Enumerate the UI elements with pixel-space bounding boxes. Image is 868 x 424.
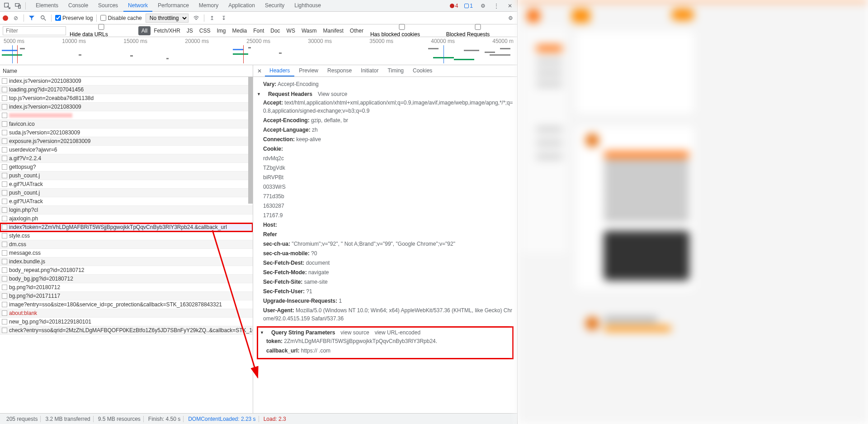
- filter-type-doc[interactable]: Doc: [267, 26, 283, 35]
- main-tab-performance[interactable]: Performance: [153, 0, 193, 12]
- close-detail-icon[interactable]: ✕: [255, 68, 264, 74]
- more-icon[interactable]: ⋮: [491, 0, 502, 11]
- main-tab-sources[interactable]: Sources: [94, 0, 123, 12]
- request-row[interactable]: gettopsug?: [0, 163, 253, 172]
- request-row[interactable]: userdevice?ajwvr=6: [0, 146, 253, 154]
- preserve-log-checkbox[interactable]: Preserve log: [55, 15, 93, 21]
- wifi-icon[interactable]: [192, 14, 200, 22]
- upload-icon[interactable]: ↥: [208, 14, 216, 22]
- message-badge[interactable]: 1: [462, 2, 475, 10]
- file-icon: [2, 250, 7, 256]
- main-tab-security[interactable]: Security: [260, 0, 289, 12]
- request-row[interactable]: message.css: [0, 249, 253, 257]
- request-row[interactable]: top.js?version=2ceabba76d81138d: [0, 94, 253, 103]
- request-row[interactable]: image?entry=sso&size=180&service_id=pc_p…: [0, 300, 253, 309]
- request-row[interactable]: push_count.j: [0, 189, 253, 197]
- request-row[interactable]: body_repeat.png?id=20180712: [0, 266, 253, 275]
- main-tab-network[interactable]: Network: [123, 0, 152, 12]
- disable-cache-checkbox[interactable]: Disable cache: [100, 15, 142, 21]
- request-row[interactable]: style.css: [0, 232, 253, 240]
- request-row[interactable]: suda.js?version=2021083009: [0, 129, 253, 137]
- search-icon[interactable]: [39, 14, 47, 22]
- settings-icon[interactable]: ⚙: [477, 0, 488, 11]
- name-column-header[interactable]: Name: [0, 65, 253, 77]
- main-tab-application[interactable]: Application: [224, 0, 259, 12]
- request-row[interactable]: dm.css: [0, 240, 253, 249]
- detail-tab-cookies[interactable]: Cookies: [408, 66, 437, 76]
- request-row[interactable]: push_count.j: [0, 172, 253, 180]
- request-row[interactable]: index.bundle.js: [0, 257, 253, 266]
- main-tab-console[interactable]: Console: [64, 0, 93, 12]
- blocked-requests-checkbox[interactable]: Blocked Requests: [446, 24, 514, 38]
- header-line: 17167.9: [263, 211, 514, 219]
- qsp-view-source[interactable]: view source: [340, 329, 369, 336]
- main-tab-lighthouse[interactable]: Lighthouse: [290, 0, 326, 12]
- record-button[interactable]: [3, 15, 8, 21]
- filter-type-css[interactable]: CSS: [196, 26, 214, 35]
- request-row[interactable]: index.js?version=2021083009: [0, 103, 253, 111]
- qsp-section-title[interactable]: Query String Parameters view source view…: [260, 329, 510, 336]
- request-row[interactable]: about:blank: [0, 309, 253, 318]
- filter-type-font[interactable]: Font: [250, 26, 267, 35]
- qsp-view-url-encoded[interactable]: view URL-encoded: [375, 329, 420, 336]
- request-row[interactable]: bg.png?id=20180712: [0, 283, 253, 292]
- header-line: Sec-Fetch-Mode: navigate: [263, 268, 514, 276]
- detail-tab-preview[interactable]: Preview: [294, 66, 323, 76]
- request-row[interactable]: index.js?version=2021083009: [0, 77, 253, 86]
- blocked-cookies-checkbox[interactable]: Has blocked cookies: [370, 24, 443, 38]
- request-row[interactable]: ajaxlogin.ph: [0, 214, 253, 223]
- filter-type-all[interactable]: All: [138, 26, 151, 35]
- request-row[interactable]: a.gif?V=2.2.4: [0, 154, 253, 163]
- request-row[interactable]: check?entry=sso&qrid=2MzZhLDgMAFBQOFP0KE…: [0, 326, 253, 335]
- view-source-link[interactable]: View source: [318, 91, 347, 97]
- filter-type-wasm[interactable]: Wasm: [298, 26, 320, 35]
- request-row[interactable]: new_bg.png?id=20181229180101: [0, 318, 253, 326]
- filter-type-ws[interactable]: WS: [283, 26, 298, 35]
- hide-data-urls-checkbox[interactable]: Hide data URLs: [70, 24, 135, 38]
- main-tab-memory[interactable]: Memory: [194, 0, 223, 12]
- filter-type-other[interactable]: Other: [347, 26, 367, 35]
- filter-type-js[interactable]: JS: [184, 26, 196, 35]
- filter-type-img[interactable]: Img: [214, 26, 229, 35]
- request-row[interactable]: index?token=2ZmVhLDgMAFBRiT5WSjjBpgwojkk…: [0, 223, 253, 232]
- detail-tab-initiator[interactable]: Initiator: [356, 66, 383, 76]
- network-settings-icon[interactable]: ⚙: [506, 14, 514, 22]
- filter-input[interactable]: [3, 26, 66, 35]
- request-row[interactable]: e.gif?UATrack: [0, 180, 253, 189]
- request-name: index.js?version=2021083009: [9, 78, 81, 84]
- timeline-label: 35000 ms: [369, 38, 393, 44]
- request-row[interactable]: exposure.js?version=2021083009: [0, 137, 253, 146]
- device-toggle-icon[interactable]: [13, 0, 24, 11]
- request-row[interactable]: [0, 111, 253, 120]
- filter-icon[interactable]: [28, 14, 36, 22]
- filter-type-media[interactable]: Media: [229, 26, 250, 35]
- inspect-icon[interactable]: [2, 0, 13, 11]
- main-tab-elements[interactable]: Elements: [31, 0, 63, 12]
- filter-type-manifest[interactable]: Manifest: [320, 26, 347, 35]
- request-row[interactable]: loading.png?id=201707041456: [0, 86, 253, 94]
- detail-tab-response[interactable]: Response: [323, 66, 356, 76]
- detail-body[interactable]: Vary: Accept-Encoding Request Headers Vi…: [253, 77, 517, 413]
- timeline[interactable]: 5000 ms10000 ms15000 ms20000 ms25000 ms3…: [0, 37, 517, 65]
- clear-icon[interactable]: ⊘: [12, 14, 20, 22]
- file-icon: [2, 216, 7, 221]
- request-row[interactable]: favicon.ico: [0, 120, 253, 129]
- detail-tab-timing[interactable]: Timing: [383, 66, 408, 76]
- throttling-select[interactable]: No throttling: [146, 14, 189, 23]
- devtools-panel: ElementsConsoleSourcesNetworkPerformance…: [0, 0, 518, 424]
- request-row[interactable]: login.php?cl: [0, 206, 253, 214]
- request-row[interactable]: body_bg.jpg?id=20180712: [0, 275, 253, 283]
- error-badge[interactable]: 4: [448, 2, 460, 10]
- request-name: check?entry=sso&qrid=2MzZhLDgMAFBQOFP0KE…: [9, 327, 253, 333]
- header-line: Accept-Encoding: gzip, deflate, br: [263, 116, 514, 124]
- request-row[interactable]: e.gif?UATrack: [0, 197, 253, 206]
- scrollbar-thumb[interactable]: [248, 77, 253, 204]
- header-line: biRVPBt: [263, 173, 514, 181]
- detail-tab-headers[interactable]: Headers: [265, 66, 294, 76]
- close-icon[interactable]: ✕: [505, 0, 515, 11]
- request-name: new_bg.png?id=20181229180101: [9, 319, 91, 325]
- request-headers-section[interactable]: Request Headers View source: [257, 91, 514, 97]
- filter-type-fetch-xhr[interactable]: Fetch/XHR: [151, 26, 184, 35]
- request-row[interactable]: bg.png?id=20171117: [0, 292, 253, 300]
- download-icon[interactable]: ↧: [220, 14, 228, 22]
